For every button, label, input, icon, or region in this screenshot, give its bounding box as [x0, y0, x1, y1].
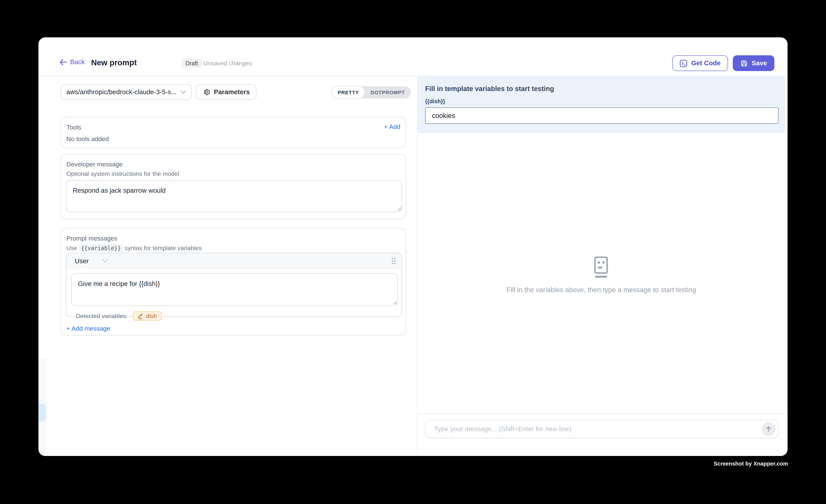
message-header: User — [66, 253, 402, 268]
header-actions: Get Code Save — [672, 55, 774, 71]
tools-card: Tools + Add No tools added — [61, 117, 406, 148]
prompt-messages-subtitle: Use {{variable}} syntax for template var… — [66, 245, 202, 251]
variable-syntax-chip: {{variable}} — [79, 244, 123, 252]
message-block: User Give me a recipe for {{dish}} Detec… — [66, 253, 402, 317]
chevron-down-icon — [181, 90, 186, 94]
main-area: aws/anthropic/bedrock-claude-3-5-s... Pa… — [39, 76, 787, 456]
chat-message-input[interactable] — [426, 420, 758, 438]
pencil-icon — [138, 313, 143, 319]
template-variables-header: Fill in template variables to start test… — [418, 76, 785, 133]
page-title: New prompt — [91, 58, 137, 67]
draft-status-badge: Draft — [181, 58, 202, 68]
edge-highlight-chip — [39, 404, 46, 422]
variable-chip-dish[interactable]: dish — [133, 311, 162, 321]
message-content-input[interactable]: Give me a recipe for {{dish}} — [71, 273, 398, 306]
save-button[interactable]: Save — [733, 55, 774, 71]
detected-variables-label: Detected variables: — [76, 313, 128, 319]
role-selector[interactable]: User — [75, 253, 108, 268]
toggle-option-dotprompt[interactable]: DOTPROMPT — [365, 86, 411, 99]
get-code-button[interactable]: Get Code — [672, 55, 728, 71]
app-window: Back New prompt Draft Unsaved changes Ge… — [39, 37, 787, 456]
screenshot-stage: Back New prompt Draft Unsaved changes Ge… — [0, 0, 826, 504]
save-icon — [740, 59, 748, 67]
chat-input-container — [425, 420, 779, 438]
role-value: User — [75, 257, 88, 265]
chat-input-bar — [418, 414, 787, 456]
subtitle-suffix: syntax for template variables — [125, 245, 202, 251]
back-button[interactable]: Back — [60, 58, 85, 66]
watermark-text: Screenshot by Xnapper.com — [714, 460, 788, 467]
tester-panel: Fill in template variables to start test… — [417, 76, 787, 456]
robot-face-icon — [591, 256, 611, 279]
gear-icon — [203, 88, 210, 96]
tools-empty-text: No tools added — [66, 135, 109, 143]
prompt-messages-title: Prompt messages — [66, 235, 117, 242]
model-selector-value: aws/anthropic/bedrock-claude-3-5-s... — [66, 88, 176, 96]
add-tool-button[interactable]: + Add — [384, 123, 400, 131]
unsaved-changes-text: Unsaved changes — [203, 60, 252, 66]
arrow-up-icon — [765, 426, 772, 432]
subtitle-prefix: Use — [66, 245, 77, 251]
developer-message-subtitle: Optional system instructions for the mod… — [66, 171, 179, 177]
variable-chip-label: dish — [146, 313, 157, 319]
prompt-editor-panel: aws/anthropic/bedrock-claude-3-5-s... Pa… — [39, 76, 417, 456]
back-arrow-icon — [60, 59, 67, 65]
back-label: Back — [70, 58, 85, 66]
send-button[interactable] — [762, 422, 775, 436]
developer-message-title: Developer message — [66, 161, 123, 168]
save-label: Save — [752, 60, 767, 67]
toggle-option-pretty[interactable]: PRETTY — [332, 86, 365, 99]
variable-name-label: {{dish}} — [425, 98, 445, 104]
variable-value-input[interactable] — [425, 107, 779, 124]
developer-message-input[interactable]: Respond as jack sparrow would — [66, 180, 402, 212]
parameters-label: Parameters — [214, 88, 250, 96]
tester-title: Fill in template variables to start test… — [425, 85, 554, 93]
top-header: Back New prompt Draft Unsaved changes Ge… — [39, 37, 787, 76]
tools-title: Tools — [66, 124, 81, 131]
chevron-down-icon — [103, 259, 108, 263]
tester-empty-text: Fill in the variables above, then type a… — [418, 286, 785, 294]
prompt-messages-card: Prompt messages Use {{variable}} syntax … — [61, 228, 406, 335]
add-message-button[interactable]: + Add message — [66, 325, 110, 332]
drag-handle-icon[interactable] — [392, 257, 396, 265]
get-code-label: Get Code — [691, 60, 720, 67]
format-toggle: PRETTY DOTPROMPT — [332, 86, 411, 99]
terminal-icon — [680, 59, 688, 67]
detected-variables-row: Detected variables: dish — [76, 311, 162, 321]
parameters-button[interactable]: Parameters — [196, 84, 257, 100]
developer-message-card: Developer message Optional system instru… — [61, 154, 406, 219]
model-selector[interactable]: aws/anthropic/bedrock-claude-3-5-s... — [61, 84, 192, 100]
